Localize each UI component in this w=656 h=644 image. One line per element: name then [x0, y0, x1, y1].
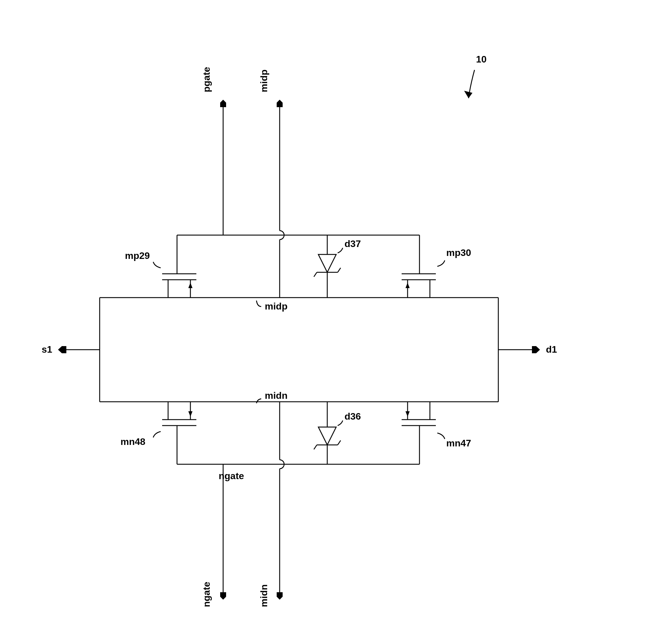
- ngate-net-label: ngate: [219, 470, 244, 481]
- d37-diode: d37: [314, 235, 361, 298]
- svg-line-46: [314, 445, 317, 450]
- d1-terminal: d1: [498, 298, 557, 402]
- midn-net-label: midn: [265, 390, 287, 401]
- figure-number: 10: [476, 54, 487, 65]
- circuit-diagram: 10 pgate midp mp29: [12, 12, 656, 644]
- mp30-label: mp30: [446, 247, 471, 258]
- s1-terminal: s1: [42, 298, 100, 402]
- svg-marker-2: [277, 100, 283, 107]
- midn-label-bottom: midn: [259, 584, 269, 607]
- svg-marker-39: [405, 411, 410, 417]
- mp30-transistor: mp30: [402, 235, 471, 298]
- svg-marker-44: [318, 427, 336, 445]
- mn48-transistor: mn48: [120, 402, 196, 464]
- svg-line-47: [338, 440, 341, 445]
- svg-marker-26: [58, 346, 66, 353]
- mn48-label: mn48: [120, 436, 145, 447]
- d36-label: d36: [345, 411, 361, 422]
- svg-marker-29: [532, 346, 540, 353]
- mp29-transistor: mp29: [125, 235, 196, 298]
- svg-marker-54: [277, 592, 283, 600]
- midp-label: midp: [259, 70, 269, 92]
- ngate-terminal-bottom: ngate: [201, 582, 226, 607]
- svg-marker-16: [405, 283, 410, 288]
- svg-marker-18: [318, 254, 336, 272]
- s1-label: s1: [42, 344, 52, 355]
- svg-marker-0: [220, 100, 226, 107]
- figure-arrowhead: [464, 91, 472, 98]
- ngate-label-bottom: ngate: [201, 582, 212, 607]
- d37-label: d37: [345, 238, 361, 249]
- pgate-label: pgate: [201, 67, 212, 92]
- mp29-label: mp29: [125, 250, 150, 261]
- mn47-label: mn47: [446, 438, 471, 448]
- midp-terminal: midp: [259, 70, 283, 220]
- svg-line-20: [314, 272, 317, 277]
- midp-net-label: midp: [265, 301, 287, 312]
- pgate-terminal: pgate: [201, 67, 226, 235]
- svg-marker-33: [188, 411, 192, 417]
- svg-marker-10: [188, 283, 192, 288]
- midn-terminal-bottom: midn: [259, 584, 283, 607]
- d1-label: d1: [546, 344, 557, 355]
- svg-line-21: [338, 268, 341, 272]
- d36-diode: d36: [314, 402, 361, 464]
- svg-marker-53: [220, 592, 226, 600]
- mn47-transistor: mn47: [402, 402, 471, 464]
